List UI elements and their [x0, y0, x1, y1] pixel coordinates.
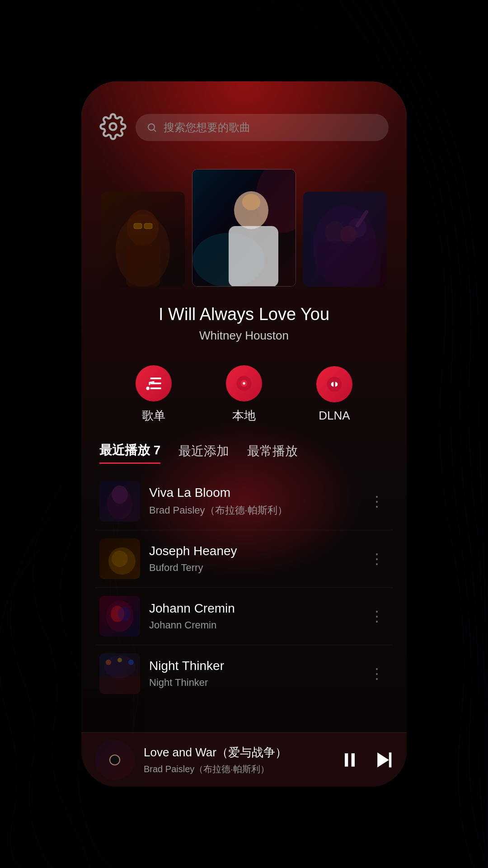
tab-recent-added[interactable]: 最近添加	[178, 443, 229, 463]
song-artist-3: Johann Cremin	[149, 619, 356, 631]
svg-point-47	[95, 740, 135, 780]
svg-point-35	[112, 551, 128, 567]
player-thumb	[95, 740, 135, 780]
nav-local[interactable]: 本地	[226, 365, 262, 424]
bottom-player[interactable]: Love and War（爱与战争） Brad Paisley（布拉德·帕斯利）	[81, 732, 407, 787]
song-info-3: Johann Cremin Johann Cremin	[149, 601, 356, 631]
song-artist-2: Buford Terry	[149, 562, 356, 574]
svg-point-40	[118, 607, 131, 621]
svg-rect-13	[229, 226, 278, 286]
svg-rect-8	[144, 223, 152, 229]
pause-button[interactable]	[340, 750, 360, 770]
more-button-1[interactable]: ⋮	[365, 488, 389, 514]
song-title-4: Night Thinker	[149, 659, 356, 673]
song-thumb-2	[99, 538, 140, 579]
song-info-2: Joseph Heaney Buford Terry	[149, 544, 356, 574]
svg-point-0	[110, 123, 117, 130]
search-bar[interactable]: 搜索您想要的歌曲	[136, 114, 389, 141]
svg-marker-52	[377, 752, 389, 767]
svg-rect-6	[126, 244, 160, 287]
svg-rect-7	[134, 223, 142, 229]
svg-point-48	[109, 755, 120, 765]
album-carousel	[81, 151, 407, 296]
svg-point-46	[117, 658, 122, 662]
song-row[interactable]: Night Thinker Night Thinker ⋮	[95, 645, 393, 702]
featured-title: I Will Always Love You	[99, 305, 389, 324]
more-button-2[interactable]: ⋮	[365, 546, 389, 572]
player-title: Love and War（爱与战争）	[144, 745, 331, 760]
song-title-2: Joseph Heaney	[149, 544, 356, 558]
svg-point-45	[128, 660, 134, 665]
player-info: Love and War（爱与战争） Brad Paisley（布拉德·帕斯利）	[144, 745, 331, 775]
header: 搜索您想要的歌曲	[81, 81, 407, 151]
nav-playlist[interactable]: 歌单	[136, 365, 172, 424]
next-button[interactable]	[373, 750, 393, 770]
phone-device: 搜索您想要的歌曲	[81, 81, 407, 787]
tab-most-played[interactable]: 最常播放	[247, 443, 298, 463]
player-controls	[340, 750, 393, 770]
album-card-left[interactable]	[101, 192, 185, 287]
svg-point-32	[112, 486, 128, 504]
more-button-3[interactable]: ⋮	[365, 603, 389, 629]
nav-icons: 歌单 本地	[81, 352, 407, 437]
svg-point-49	[111, 756, 118, 764]
tab-recent[interactable]: 最近播放 7	[99, 442, 160, 464]
album-card-right[interactable]	[303, 192, 387, 287]
search-placeholder: 搜索您想要的歌曲	[164, 120, 250, 135]
svg-rect-51	[352, 753, 355, 766]
player-artist: Brad Paisley（布拉德·帕斯利）	[144, 763, 331, 775]
song-thumb-4	[99, 653, 140, 694]
svg-point-14	[242, 194, 260, 210]
local-icon	[226, 365, 262, 401]
tabs-row: 最近播放 7 最近添加 最常播放	[99, 442, 389, 464]
song-thumb-3	[99, 596, 140, 637]
svg-point-25	[146, 387, 150, 390]
song-row[interactable]: Johann Cremin Johann Cremin ⋮	[95, 588, 393, 645]
song-artist-1: Brad Paisley（布拉德·帕斯利）	[149, 504, 356, 517]
svg-rect-53	[389, 752, 392, 767]
song-info-4: Night Thinker Night Thinker	[149, 659, 356, 689]
svg-point-1	[148, 124, 155, 130]
svg-point-44	[106, 660, 111, 665]
svg-point-5	[127, 210, 159, 246]
song-row[interactable]: Viva La Bloom Brad Paisley（布拉德·帕斯利） ⋮	[95, 473, 393, 530]
phone-screen: 搜索您想要的歌曲	[81, 81, 407, 787]
song-thumb-1	[99, 481, 140, 522]
song-title-3: Johann Cremin	[149, 601, 356, 616]
nav-dlna-label: DLNA	[319, 409, 350, 423]
song-info: I Will Always Love You Whitney Houston	[81, 296, 407, 352]
svg-rect-50	[345, 753, 348, 766]
dlna-icon	[316, 366, 352, 402]
svg-rect-42	[99, 676, 140, 694]
svg-rect-20	[317, 241, 380, 287]
svg-line-2	[154, 130, 156, 132]
album-card-center[interactable]	[192, 169, 296, 287]
song-artist-4: Night Thinker	[149, 677, 356, 689]
song-list: Viva La Bloom Brad Paisley（布拉德·帕斯利） ⋮	[81, 473, 407, 702]
song-info-1: Viva La Bloom Brad Paisley（布拉德·帕斯利）	[149, 486, 356, 517]
tabs-section: 最近播放 7 最近添加 最常播放	[81, 437, 407, 473]
playlist-icon	[136, 365, 172, 401]
svg-point-19	[340, 226, 357, 244]
more-button-4[interactable]: ⋮	[365, 660, 389, 687]
song-row[interactable]: Joseph Heaney Buford Terry ⋮	[95, 530, 393, 588]
featured-artist: Whitney Houston	[99, 329, 389, 343]
svg-point-28	[243, 382, 245, 385]
nav-playlist-label: 歌单	[142, 408, 165, 424]
nav-dlna[interactable]: DLNA	[316, 366, 352, 423]
nav-local-label: 本地	[232, 408, 256, 424]
song-title-1: Viva La Bloom	[149, 486, 356, 500]
settings-button[interactable]	[99, 113, 127, 142]
